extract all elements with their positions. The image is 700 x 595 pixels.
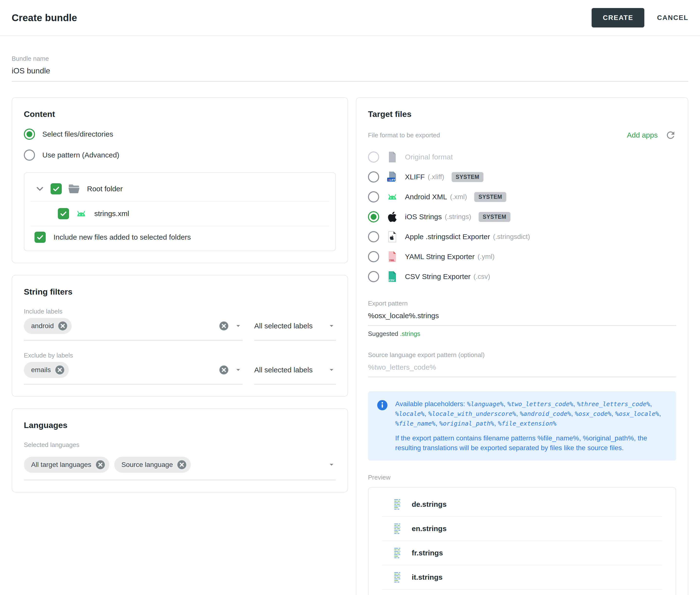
remove-chip-button[interactable]: [95, 460, 106, 470]
page-title: Create bundle: [12, 12, 77, 23]
close-icon: [177, 460, 187, 470]
left-column: Content Select files/directories Use pat…: [12, 97, 348, 492]
tree-node-label: Root folder: [87, 185, 123, 193]
format-option[interactable]: Android XML (.xml) SYSTEM: [368, 187, 676, 207]
format-extension: (.stringsdict): [493, 233, 530, 240]
exclude-labels-mode-select[interactable]: All selected labels: [254, 359, 336, 385]
exclude-labels-label: Exclude by labels: [24, 352, 336, 359]
close-icon: [58, 321, 68, 331]
remove-chip-button[interactable]: [55, 365, 65, 375]
xliff-icon: [387, 171, 398, 183]
cancel-button[interactable]: CANCEL: [657, 14, 688, 22]
tree-row-strings-xml[interactable]: strings.xml: [24, 201, 335, 226]
placeholder-token: %language%: [467, 401, 504, 407]
radio-use-pattern[interactable]: Use pattern (Advanced): [24, 149, 336, 161]
preview-file-row: it.strings: [382, 565, 662, 590]
close-icon: [219, 321, 229, 331]
format-extension: (.xml): [450, 193, 467, 201]
radio-button[interactable]: [368, 171, 379, 182]
include-new-files-checkbox[interactable]: [34, 232, 46, 243]
remove-chip-button[interactable]: [177, 460, 187, 470]
preview-file-name: de.strings: [412, 500, 447, 508]
exclude-labels-field[interactable]: emails: [24, 359, 243, 385]
placeholder-token: %android_code%: [520, 410, 571, 417]
format-extension: (.xliff): [428, 173, 444, 181]
select-value: All selected labels: [254, 322, 313, 330]
source-pattern-input[interactable]: %two_letters_code%: [368, 363, 676, 377]
system-badge: SYSTEM: [474, 192, 506, 202]
file-checkbox[interactable]: [58, 208, 69, 219]
remove-chip-button[interactable]: [58, 321, 68, 331]
radio-button[interactable]: [368, 251, 379, 262]
radio-button[interactable]: [368, 231, 379, 242]
bundle-name-input[interactable]: iOS bundle: [12, 66, 688, 75]
format-list: Original format XLIFF (.xliff) SYSTEM: [368, 147, 676, 287]
include-new-files-toggle[interactable]: Include new files added to selected fold…: [24, 226, 335, 246]
close-icon: [95, 460, 106, 470]
placeholder-token: %two_letters_code%: [507, 401, 573, 407]
chevron-down-icon[interactable]: [234, 321, 243, 330]
chevron-down-icon[interactable]: [327, 460, 336, 469]
strings-file-icon: [393, 547, 402, 559]
placeholders-note: If the export pattern contains filename …: [395, 433, 667, 453]
chevron-down-icon: [327, 321, 336, 330]
clear-field-button[interactable]: [219, 321, 229, 331]
chevron-down-icon[interactable]: [34, 183, 45, 194]
folder-icon: [68, 183, 80, 195]
include-labels-mode-select[interactable]: All selected labels: [254, 315, 336, 341]
add-apps-link[interactable]: Add apps: [627, 131, 658, 139]
radio-button[interactable]: [368, 151, 379, 163]
right-column: Target files File format to be exported …: [356, 97, 688, 595]
radio-button[interactable]: [368, 211, 379, 222]
format-option[interactable]: CSV String Exporter (.csv): [368, 266, 676, 287]
radio-button[interactable]: [368, 191, 379, 202]
check-icon: [59, 209, 67, 218]
clear-field-button[interactable]: [219, 365, 229, 375]
format-option[interactable]: XLIFF (.xliff) SYSTEM: [368, 167, 676, 187]
chip-text: All target languages: [31, 461, 91, 469]
refresh-icon[interactable]: [665, 130, 676, 141]
format-option[interactable]: YAML String Exporter (.yml): [368, 247, 676, 266]
chip-text: Source language: [121, 461, 173, 469]
placeholder-token: %original_path%: [439, 420, 494, 427]
root-folder-checkbox[interactable]: [51, 183, 62, 194]
format-extension: (.strings): [445, 213, 471, 221]
format-option[interactable]: Original format: [368, 147, 676, 167]
suggested-extension-link[interactable]: .strings: [400, 330, 420, 337]
format-extension: (.yml): [478, 253, 495, 260]
apple-doc-icon: [387, 231, 398, 243]
format-option[interactable]: iOS Strings (.strings) SYSTEM: [368, 207, 676, 227]
radio-select-files-directories[interactable]: Select files/directories: [24, 129, 336, 140]
include-labels-field[interactable]: android: [24, 315, 243, 341]
format-name: XLIFF: [405, 173, 425, 181]
columns: Content Select files/directories Use pat…: [0, 97, 700, 595]
export-pattern-input[interactable]: %osx_locale%.strings: [368, 312, 676, 326]
radio-button[interactable]: [24, 129, 35, 140]
android-icon: [387, 191, 398, 203]
selected-languages-label: Selected languages: [24, 441, 336, 449]
placeholder-token: %three_letters_code%: [577, 401, 650, 407]
preview-file-row: fr.strings: [382, 541, 662, 565]
placeholders-info-box: Available placeholders: %language%, %two…: [368, 391, 676, 461]
radio-label: Use pattern (Advanced): [42, 151, 119, 159]
csv-icon: [387, 271, 398, 282]
format-option[interactable]: Apple .stringsdict Exporter (.stringsdic…: [368, 227, 676, 247]
chevron-down-icon[interactable]: [234, 366, 243, 374]
android-icon: [75, 208, 87, 220]
placeholders-intro: Available placeholders:: [395, 400, 465, 407]
radio-button[interactable]: [24, 149, 35, 161]
tree-row-root-folder[interactable]: Root folder: [24, 177, 335, 201]
languages-card: Languages Selected languages All target …: [12, 408, 348, 492]
target-files-card: Target files File format to be exported …: [356, 97, 688, 595]
chevron-down-icon: [327, 366, 336, 374]
source-pattern-label: Source language export pattern (optional…: [368, 351, 676, 359]
bundle-name-label: Bundle name: [12, 55, 688, 62]
topbar-actions: CREATE CANCEL: [592, 8, 688, 27]
radio-button[interactable]: [368, 271, 379, 282]
target-files-title: Target files: [368, 109, 676, 119]
selected-languages-field[interactable]: All target languages Source language: [24, 454, 336, 480]
placeholder-token: %locale_with_underscore%: [428, 410, 516, 417]
create-button[interactable]: CREATE: [592, 8, 644, 27]
language-chip: Source language: [114, 457, 191, 473]
bundle-name-field[interactable]: Bundle name iOS bundle: [12, 55, 688, 82]
